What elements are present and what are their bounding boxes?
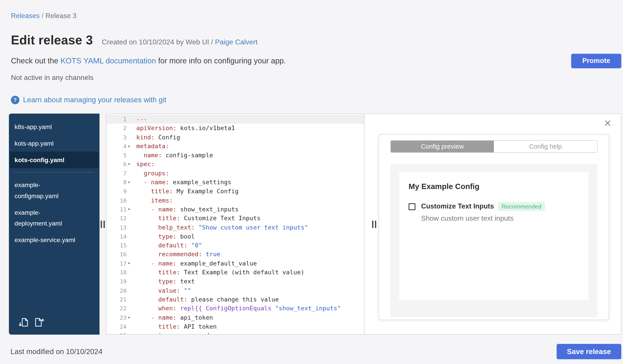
code-line-9[interactable]: 9 title: My Example Config	[106, 187, 364, 196]
file-tree: k8s-app.yamlkots-app.yamlkots-config.yam…	[9, 114, 99, 335]
file-tree-item-example-deployment-yaml[interactable]: example-deployment.yaml	[9, 204, 99, 231]
code-text: type: text	[134, 277, 195, 286]
code-line-21[interactable]: 21 default: please change this value	[106, 295, 364, 304]
config-preview-panel: × Config previewConfig help My Example C…	[364, 114, 621, 334]
question-icon[interactable]: ?	[11, 96, 19, 104]
file-tree-actions	[19, 317, 44, 329]
git-help-row[interactable]: ? Learn about managing your releases wit…	[11, 96, 621, 104]
line-number: 17	[106, 259, 128, 268]
line-number: 4	[106, 142, 128, 151]
code-line-2[interactable]: 2apiVersion: kots.io/v1beta1	[106, 124, 364, 133]
code-text: recommended: true	[134, 250, 221, 259]
code-line-24[interactable]: 24 title: API token	[106, 322, 364, 331]
fold-spacer	[128, 187, 134, 196]
code-text: default: please change this value	[134, 295, 279, 304]
breadcrumb: Releases/Release 3	[11, 12, 621, 20]
code-text: help_text: "Show custom user text inputs…	[134, 223, 308, 232]
created-info: Created on 10/10/2024 by Web UI / Paige …	[102, 38, 258, 46]
code-text: - name: example_default_value	[134, 259, 257, 268]
doc-info: Check out the KOTS YAML documentation fo…	[11, 57, 286, 65]
gutter-cell: 11▾	[106, 205, 134, 214]
gutter-cell: 14	[106, 232, 134, 241]
line-number: 21	[106, 295, 128, 304]
code-line-1[interactable]: 1---	[106, 115, 364, 124]
code-line-25[interactable]: 25 type: password	[106, 331, 364, 334]
author-link[interactable]: Paige Calvert	[215, 38, 258, 46]
fold-spacer	[128, 304, 134, 313]
code-line-11[interactable]: 11▾ - name: show_text_inputs	[106, 205, 364, 214]
last-modified-text: Last modified on 10/10/2024	[11, 347, 103, 356]
preview-resize-handle[interactable]	[372, 221, 376, 228]
code-text: title: My Example Config	[134, 187, 239, 196]
fold-spacer	[128, 241, 134, 250]
code-line-10[interactable]: 10 items:	[106, 196, 364, 205]
file-tree-top: k8s-app.yamlkots-app.yamlkots-config.yam…	[9, 118, 99, 168]
line-number: 23	[106, 313, 128, 322]
config-card: Config previewConfig help My Example Con…	[379, 134, 609, 320]
fold-arrow-icon[interactable]: ▾	[128, 205, 134, 214]
fold-arrow-icon[interactable]: ▾	[128, 259, 134, 268]
code-line-5[interactable]: 5 name: config-sample	[106, 151, 364, 160]
code-line-13[interactable]: 13 help_text: "Show custom user text inp…	[106, 223, 364, 232]
tab-config-preview[interactable]: Config preview	[391, 141, 494, 152]
fold-arrow-icon[interactable]: ▾	[128, 178, 134, 187]
fold-arrow-icon[interactable]: ▾	[128, 142, 134, 151]
new-file-icon[interactable]	[35, 317, 45, 329]
config-option-label: Customize Text Inputs	[421, 202, 494, 211]
code-line-20[interactable]: 20 value: ""	[106, 286, 364, 295]
file-tree-item-kots-config-yaml[interactable]: kots-config.yaml	[10, 152, 99, 168]
file-tree-resize-handle[interactable]	[101, 221, 105, 228]
code-line-17[interactable]: 17▾ - name: example_default_value	[106, 259, 364, 268]
code-text: items:	[134, 196, 173, 205]
code-line-19[interactable]: 19 type: text	[106, 277, 364, 286]
kots-yaml-doc-link[interactable]: KOTS YAML documentation	[61, 57, 156, 65]
code-line-12[interactable]: 12 title: Customize Text Inputs	[106, 214, 364, 223]
gutter-cell: 2	[106, 124, 134, 133]
gutter-cell: 10	[106, 196, 134, 205]
breadcrumb-releases-link[interactable]: Releases	[11, 12, 40, 20]
code-line-4[interactable]: 4▾metadata:	[106, 142, 364, 151]
code-line-16[interactable]: 16 recommended: true	[106, 250, 364, 259]
line-number: 2	[106, 124, 128, 133]
code-line-6[interactable]: 6▾spec:	[106, 160, 364, 169]
code-line-15[interactable]: 15 default: "0"	[106, 241, 364, 250]
fold-spacer	[128, 331, 134, 334]
save-release-button[interactable]: Save release	[557, 344, 622, 359]
file-tree-item-example-configmap-yaml[interactable]: example-configmap.yaml	[9, 177, 99, 204]
fold-arrow-icon[interactable]: ▾	[128, 313, 134, 322]
code-line-14[interactable]: 14 type: bool	[106, 232, 364, 241]
code-text: default: "0"	[134, 241, 202, 250]
code-line-18[interactable]: 18 title: Text Example (with default val…	[106, 268, 364, 277]
file-tree-item-example-service-yaml[interactable]: example-service.yaml	[9, 231, 99, 248]
line-number: 1	[106, 115, 128, 124]
line-number: 15	[106, 241, 128, 250]
promote-button[interactable]: Promote	[571, 54, 622, 68]
code-line-8[interactable]: 8▾ - name: example_settings	[106, 178, 364, 187]
line-number: 16	[106, 250, 128, 259]
code-editor[interactable]: 1---2apiVersion: kots.io/v1beta13kind: C…	[106, 114, 364, 334]
tab-config-help[interactable]: Config help	[494, 141, 597, 152]
fold-spacer	[128, 268, 134, 277]
git-help-link[interactable]: Learn about managing your releases with …	[23, 96, 166, 104]
file-tree-item-kots-app-yaml[interactable]: kots-app.yaml	[9, 135, 99, 152]
close-icon[interactable]: ×	[604, 117, 611, 129]
title-row: Edit release 3 Created on 10/10/2024 by …	[11, 33, 621, 48]
gutter-cell: 18	[106, 268, 134, 277]
created-text: Created on 10/10/2024 by Web UI /	[102, 38, 215, 46]
line-number: 11	[106, 205, 128, 214]
line-number: 19	[106, 277, 128, 286]
code-line-22[interactable]: 22 when: repl{{ ConfigOptionEquals "show…	[106, 304, 364, 313]
code-line-23[interactable]: 23▾ - name: api_token	[106, 313, 364, 322]
fold-arrow-icon[interactable]: ▾	[128, 160, 134, 169]
gutter-cell: 5	[106, 151, 134, 160]
code-line-7[interactable]: 7 groups:	[106, 169, 364, 178]
code-text: groups:	[134, 169, 169, 178]
upload-file-icon[interactable]	[19, 317, 29, 329]
gutter-cell: 22	[106, 304, 134, 313]
code-text: value: ""	[134, 286, 191, 295]
code-line-3[interactable]: 3kind: Config	[106, 133, 364, 142]
file-tree-item-k8s-app-yaml[interactable]: k8s-app.yaml	[9, 118, 99, 135]
customize-text-inputs-checkbox[interactable]	[409, 203, 415, 210]
fold-spacer	[128, 169, 134, 178]
info-row: Check out the KOTS YAML documentation fo…	[11, 54, 621, 68]
